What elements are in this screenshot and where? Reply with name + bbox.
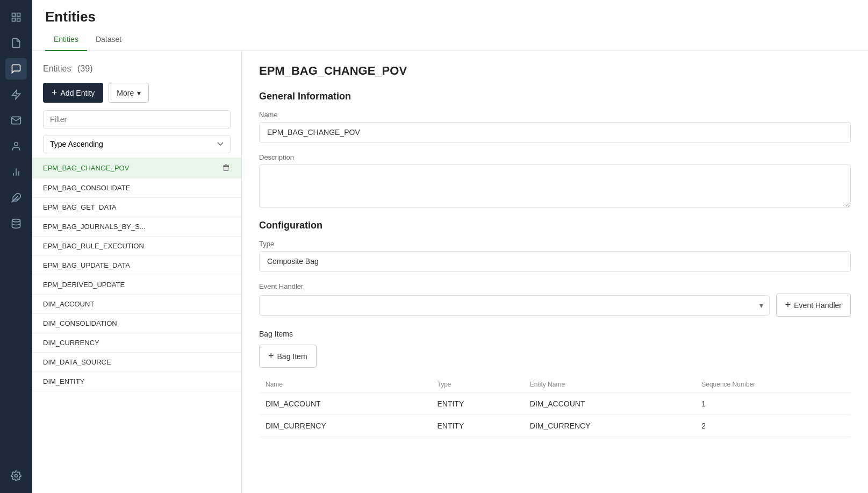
plugin-icon[interactable] (5, 187, 27, 209)
table-cell-entity_name: DIM_CURRENCY (523, 415, 695, 437)
document-icon[interactable] (5, 32, 27, 54)
entity-name: DIM_CURRENCY (43, 339, 99, 347)
col-sequence: Sequence Number (695, 376, 851, 393)
table-cell-entity_name: DIM_ACCOUNT (523, 393, 695, 415)
plus-icon: + (785, 299, 791, 311)
entity-name: EPM_BAG_RULE_EXECUTION (43, 242, 144, 250)
list-item[interactable]: DIM_DATA_SOURCE (32, 353, 241, 372)
chart-icon[interactable] (5, 161, 27, 183)
page-header: Entities (32, 0, 868, 25)
list-item[interactable]: DIM_ENTITY (32, 372, 241, 391)
event-handler-form-group: Event Handler ▾ + Event Handler (259, 282, 851, 317)
home-icon[interactable] (5, 6, 27, 28)
more-button[interactable]: More ▾ (109, 83, 149, 103)
event-handler-select-wrapper: ▾ (259, 295, 770, 316)
entity-list: EPM_BAG_CHANGE_POV🗑EPM_BAG_CONSOLIDATEEP… (32, 158, 241, 493)
configuration-section-title: Configuration (259, 220, 851, 231)
sort-container: Type Ascending Type Descending Name Asce… (32, 135, 241, 158)
left-panel-title: Entities (39) (43, 62, 231, 74)
svg-rect-3 (17, 18, 20, 22)
table-row: DIM_CURRENCYENTITYDIM_CURRENCY2 (259, 415, 851, 437)
top-tabs: Entities Dataset (32, 25, 868, 51)
svg-point-11 (12, 219, 20, 222)
list-item[interactable]: DIM_CURRENCY (32, 333, 241, 353)
chevron-down-icon: ▾ (137, 89, 141, 97)
right-panel: EPM_BAG_CHANGE_POV General Information N… (242, 51, 868, 493)
configuration-section: Configuration Type Event Handler (259, 220, 851, 317)
database-icon[interactable] (5, 213, 27, 234)
flow-icon[interactable] (5, 84, 27, 105)
filter-input[interactable] (43, 110, 231, 128)
list-item[interactable]: EPM_BAG_JOURNALS_BY_S... (32, 217, 241, 237)
main-wrapper: Entities Entities Dataset Entities (39) … (32, 0, 868, 493)
table-cell-name: DIM_CURRENCY (259, 415, 431, 437)
type-label: Type (259, 240, 851, 248)
tab-entities[interactable]: Entities (45, 28, 87, 51)
left-panel-actions: + Add Entity More ▾ (43, 83, 231, 103)
entity-name: EPM_BAG_UPDATE_DATA (43, 261, 130, 269)
event-handler-label: Event Handler (259, 282, 851, 290)
table-cell-type: ENTITY (431, 415, 523, 437)
add-event-handler-button[interactable]: + Event Handler (776, 294, 851, 317)
detail-title: EPM_BAG_CHANGE_POV (259, 64, 851, 78)
type-select-wrapper (259, 251, 851, 271)
svg-marker-4 (12, 90, 20, 99)
svg-point-5 (15, 142, 18, 146)
list-item[interactable]: EPM_BAG_CHANGE_POV🗑 (32, 158, 241, 178)
entity-name: EPM_BAG_JOURNALS_BY_S... (43, 223, 146, 231)
description-form-group: Description (259, 153, 851, 209)
entity-name: EPM_BAG_GET_DATA (43, 203, 117, 211)
add-bag-item-button[interactable]: + Bag Item (259, 345, 317, 368)
col-type: Type (431, 376, 523, 393)
delete-icon[interactable]: 🗑 (222, 163, 231, 173)
left-panel-header: Entities (39) + Add Entity More ▾ (32, 51, 241, 135)
table-row: DIM_ACCOUNTENTITYDIM_ACCOUNT1 (259, 393, 851, 415)
list-item[interactable]: EPM_BAG_CONSOLIDATE (32, 178, 241, 198)
table-cell-name: DIM_ACCOUNT (259, 393, 431, 415)
list-item[interactable]: EPM_DERIVED_UPDATE (32, 275, 241, 295)
entity-name: EPM_BAG_CONSOLIDATE (43, 184, 130, 192)
table-cell-type: ENTITY (431, 393, 523, 415)
table-cell-sequence: 2 (695, 415, 851, 437)
name-input[interactable] (259, 122, 851, 142)
name-form-group: Name (259, 111, 851, 142)
list-item[interactable]: EPM_BAG_GET_DATA (32, 198, 241, 217)
col-entity-name: Entity Name (523, 376, 695, 393)
settings-icon[interactable] (5, 465, 27, 487)
bag-items-table: Name Type Entity Name Sequence Number DI… (259, 376, 851, 437)
svg-rect-1 (17, 13, 20, 17)
entity-name: DIM_CONSOLIDATION (43, 319, 117, 327)
chat-icon[interactable] (5, 58, 27, 80)
general-info-section-title: General Information (259, 91, 851, 102)
name-label: Name (259, 111, 851, 119)
col-name: Name (259, 376, 431, 393)
message-icon[interactable] (5, 110, 27, 131)
tab-dataset[interactable]: Dataset (87, 28, 130, 51)
description-label: Description (259, 153, 851, 161)
left-panel: Entities (39) + Add Entity More ▾ (32, 51, 242, 493)
event-handler-select[interactable] (259, 295, 770, 316)
bag-items-label: Bag Items (259, 330, 851, 338)
svg-rect-0 (12, 13, 16, 17)
page-heading: Entities (45, 9, 96, 25)
sidebar (0, 0, 32, 493)
type-input[interactable] (259, 251, 851, 271)
table-cell-sequence: 1 (695, 393, 851, 415)
event-handler-row: ▾ + Event Handler (259, 294, 851, 317)
entity-name: EPM_BAG_CHANGE_POV (43, 164, 129, 172)
entity-name: DIM_DATA_SOURCE (43, 358, 111, 366)
list-item[interactable]: EPM_BAG_RULE_EXECUTION (32, 237, 241, 256)
list-item[interactable]: EPM_BAG_UPDATE_DATA (32, 256, 241, 275)
bag-items-section: Bag Items + Bag Item Name Type Entity Na… (259, 330, 851, 437)
sort-select[interactable]: Type Ascending Type Descending Name Asce… (43, 135, 231, 153)
user-icon[interactable] (5, 135, 27, 157)
entity-name: EPM_DERIVED_UPDATE (43, 281, 125, 289)
list-item[interactable]: DIM_CONSOLIDATION (32, 314, 241, 333)
description-textarea[interactable] (259, 165, 851, 208)
type-form-group: Type (259, 240, 851, 271)
svg-point-12 (15, 475, 18, 477)
add-entity-button[interactable]: + Add Entity (43, 83, 103, 103)
plus-icon: + (268, 351, 274, 362)
list-item[interactable]: DIM_ACCOUNT (32, 295, 241, 314)
entity-name: DIM_ENTITY (43, 377, 84, 385)
